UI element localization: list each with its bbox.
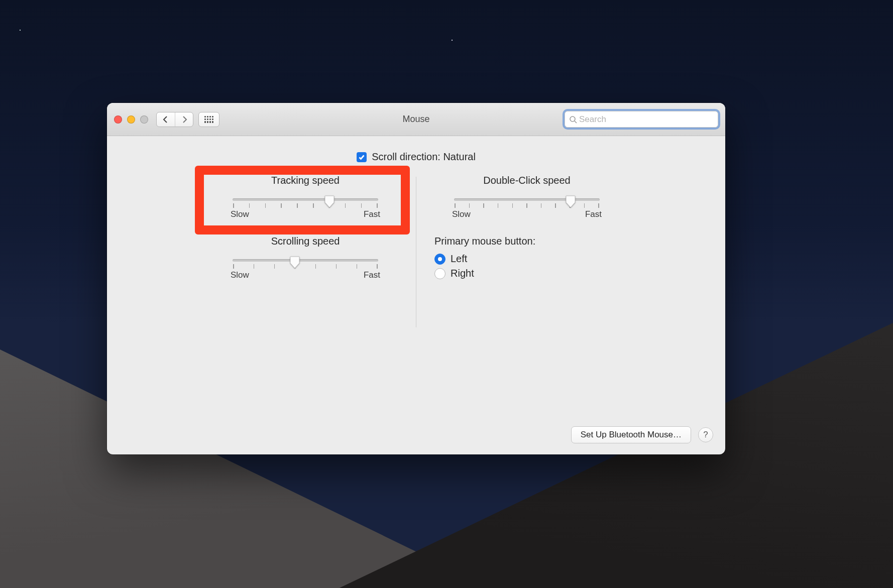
check-icon: [358, 154, 365, 161]
right-column: Double-Click speed Slow Fast Primary mou…: [416, 175, 637, 327]
help-button[interactable]: ?: [698, 427, 713, 442]
close-button[interactable]: [114, 115, 122, 124]
slider-min-label: Slow: [231, 209, 249, 219]
svg-line-1: [575, 121, 577, 123]
radio-right[interactable]: [434, 268, 445, 279]
slider-max-label: Fast: [364, 209, 380, 219]
double-click-speed-group: Double-Click speed Slow Fast: [431, 175, 622, 218]
search-icon: [569, 115, 577, 124]
nav-back-forward: [156, 112, 193, 127]
left-column: Tracking speed Slow Fast Scrolling speed: [195, 175, 416, 327]
search-input[interactable]: [579, 114, 714, 125]
traffic-lights: [114, 115, 148, 124]
scroll-direction-row: Scroll direction: Natural: [107, 151, 725, 163]
slider-max-label: Fast: [585, 209, 602, 219]
scrolling-speed-slider[interactable]: Slow Fast: [233, 255, 378, 279]
chevron-right-icon: [181, 116, 187, 123]
search-field[interactable]: [565, 111, 718, 128]
tracking-speed-group: Tracking speed Slow Fast: [210, 175, 401, 218]
slider-thumb[interactable]: [566, 195, 576, 208]
double-click-speed-title: Double-Click speed: [431, 175, 622, 186]
svg-point-0: [570, 116, 575, 122]
primary-button-title: Primary mouse button:: [434, 236, 622, 247]
slider-thumb[interactable]: [324, 195, 334, 208]
scroll-direction-label: Scroll direction: Natural: [372, 151, 476, 163]
tracking-speed-slider[interactable]: Slow Fast: [233, 194, 378, 218]
setup-bluetooth-mouse-button[interactable]: Set Up Bluetooth Mouse…: [571, 426, 691, 443]
footer: Set Up Bluetooth Mouse… ?: [571, 426, 713, 443]
minimize-button[interactable]: [127, 115, 135, 124]
scrolling-speed-group: Scrolling speed Slow Fast: [210, 236, 401, 279]
scrolling-speed-title: Scrolling speed: [210, 236, 401, 247]
forward-button[interactable]: [175, 112, 193, 127]
slider-max-label: Fast: [364, 270, 380, 280]
zoom-button[interactable]: [140, 115, 148, 124]
titlebar: Mouse: [107, 103, 725, 136]
slider-thumb[interactable]: [290, 256, 300, 269]
back-button[interactable]: [157, 112, 175, 127]
primary-button-right-row[interactable]: Right: [434, 268, 622, 279]
radio-left-label: Left: [451, 253, 467, 265]
show-all-button[interactable]: [198, 112, 219, 127]
scroll-direction-checkbox[interactable]: [357, 152, 367, 162]
pane-content: Scroll direction: Natural Tracking speed…: [107, 136, 725, 454]
preferences-window: Mouse Scroll direction: Natural Tracking…: [107, 103, 725, 454]
radio-left[interactable]: [434, 254, 445, 265]
primary-button-left-row[interactable]: Left: [434, 253, 622, 265]
slider-min-label: Slow: [452, 209, 471, 219]
radio-right-label: Right: [451, 268, 474, 279]
chevron-left-icon: [163, 116, 169, 123]
double-click-speed-slider[interactable]: Slow Fast: [454, 194, 600, 218]
slider-min-label: Slow: [231, 270, 249, 280]
tracking-speed-title: Tracking speed: [210, 175, 401, 186]
grid-icon: [204, 116, 213, 123]
